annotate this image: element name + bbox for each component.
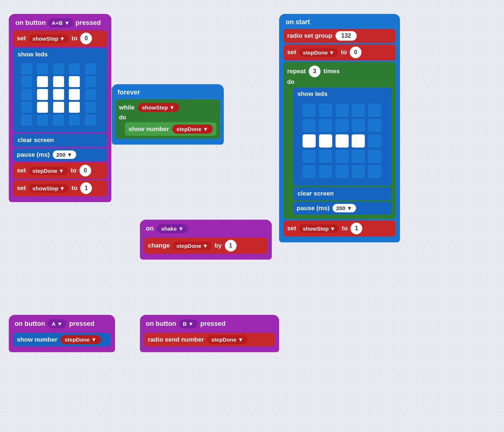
radio-val[interactable]: 132	[336, 31, 357, 41]
repeat-block: repeat 3 times do show leds clear screen	[284, 62, 396, 219]
on-button-b-block: on button B ▼ pressed radio send number …	[140, 315, 279, 352]
pause-dropdown[interactable]: 200 ▼	[53, 150, 76, 159]
repeat-val[interactable]: 3	[309, 66, 320, 77]
forever-label: forever	[115, 87, 220, 98]
on-button-ab-block: on button A+B ▼ pressed set showStep ▼ t…	[9, 14, 111, 202]
pause-block: pause (ms) 200 ▼	[13, 148, 107, 161]
radio-set-group-block: radio set group 132	[284, 29, 396, 43]
pressed-label: pressed	[75, 19, 101, 27]
show-leds-repeat-block: show leds	[293, 87, 392, 186]
header-row: on button A+B ▼ pressed	[13, 17, 107, 29]
show-leds-block: show leds	[13, 48, 107, 132]
on-shake-block: on shake ▼ change stepDone ▼ by 1	[140, 220, 272, 260]
shake-dropdown[interactable]: shake ▼	[157, 224, 188, 233]
show-number-block: show number stepDone ▼	[125, 122, 216, 136]
set-showstep3-block: set showStep ▼ to 1	[284, 220, 396, 237]
forever-block: forever while showStep ▼ do show number …	[112, 84, 224, 145]
radio-var-dropdown[interactable]: stepDone ▼	[207, 335, 248, 344]
set-showstep3-val[interactable]: 1	[351, 223, 362, 234]
change-stepdone-block: change stepDone ▼ by 1	[144, 238, 267, 254]
set-stepdone-block: set stepDone ▼ to 0	[13, 163, 107, 179]
on-start-label: on start	[284, 17, 396, 27]
clear-screen-block: clear screen	[13, 134, 107, 147]
led-grid-ab	[18, 60, 102, 129]
stepdone-dropdown[interactable]: stepDone ▼	[29, 167, 68, 175]
on-button-a-block: on button A ▼ pressed show number stepDo…	[9, 315, 115, 352]
show-var-dropdown[interactable]: stepDone ▼	[172, 124, 213, 134]
set-showstep2-block: set showStep ▼ to 1	[13, 180, 107, 196]
on-start-block: on start radio set group 132 set stepDon…	[279, 14, 400, 242]
button-ab-dropdown[interactable]: A+B ▼	[48, 18, 73, 27]
set-stepdone2-val[interactable]: 0	[350, 46, 362, 58]
while-var-dropdown[interactable]: showStep ▼	[138, 103, 179, 112]
change-by-val[interactable]: 1	[225, 240, 237, 252]
button-a-dropdown[interactable]: A ▼	[48, 319, 66, 328]
button-b-dropdown[interactable]: B ▼	[179, 319, 197, 328]
stepdone2-dropdown[interactable]: stepDone ▼	[299, 48, 338, 57]
showstep2-dropdown[interactable]: showStep ▼	[29, 184, 69, 193]
radio-send-block: radio send number stepDone ▼	[144, 333, 275, 346]
set-stepdone-val[interactable]: 0	[79, 165, 91, 176]
on-button-ab-label: on button	[15, 19, 46, 27]
pause-repeat-block: pause (ms) 200 ▼	[293, 202, 392, 215]
change-var-dropdown[interactable]: stepDone ▼	[173, 242, 212, 250]
set-showstep2-val[interactable]: 1	[80, 182, 92, 194]
showstep3-dropdown[interactable]: showStep ▼	[299, 224, 339, 233]
set-showstep-block: set showStep ▼ to 0	[13, 30, 107, 46]
show-var-a-dropdown[interactable]: stepDone ▼	[60, 335, 101, 344]
showstep-dropdown[interactable]: showStep ▼	[29, 34, 69, 43]
while-block: while showStep ▼ do show number stepDone…	[115, 99, 220, 139]
show-number-a-block: show number stepDone ▼	[13, 333, 111, 346]
led-grid-start	[299, 100, 386, 182]
set-val-0[interactable]: 0	[80, 33, 92, 44]
pause-repeat-dropdown[interactable]: 200 ▼	[333, 204, 356, 212]
clear-screen-repeat-block: clear screen	[293, 187, 392, 200]
set-stepdone2-block: set stepDone ▼ to 0	[284, 44, 396, 60]
